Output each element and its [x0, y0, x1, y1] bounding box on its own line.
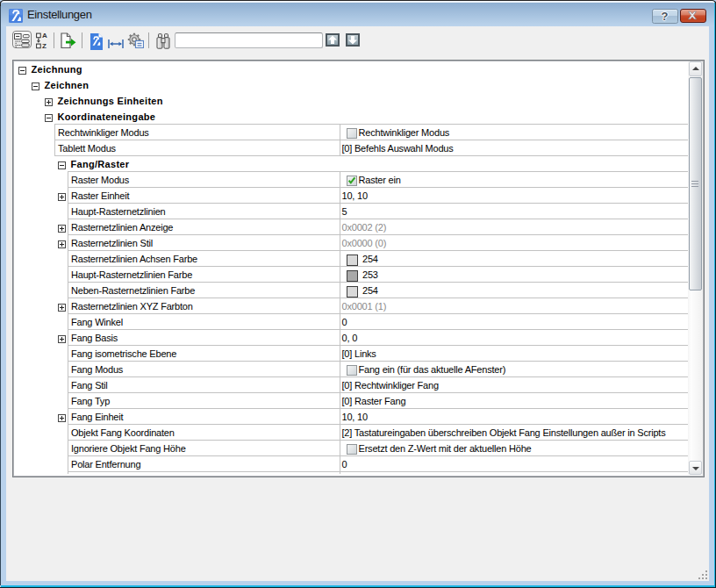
svg-text:Z: Z — [42, 42, 47, 49]
svg-text:A: A — [42, 32, 47, 39]
